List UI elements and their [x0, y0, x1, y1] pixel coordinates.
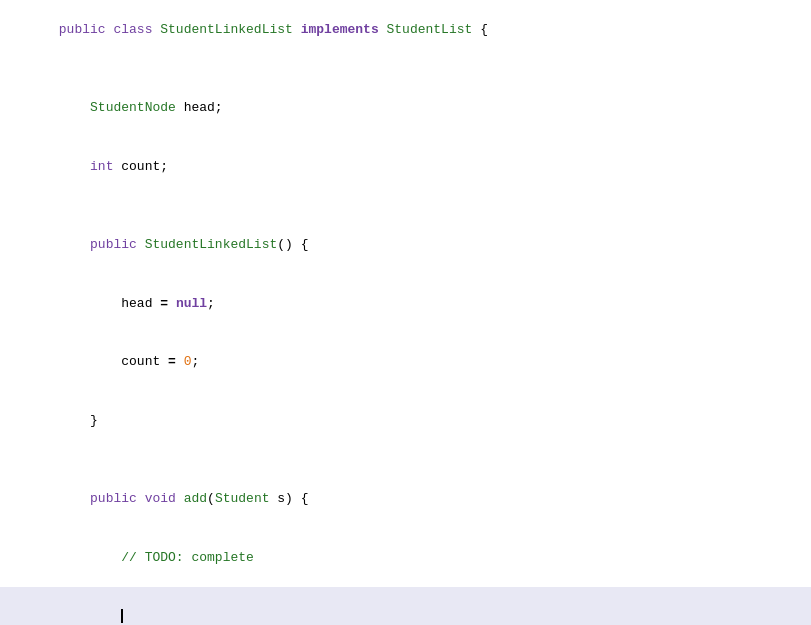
code-line-13[interactable] [0, 587, 811, 626]
code-content-3: StudentNode head; [8, 79, 811, 138]
code-content-9: } [8, 391, 811, 450]
indent [59, 100, 90, 115]
keyword-null: null [176, 296, 207, 311]
code-line-2 [0, 59, 811, 79]
code-content-5 [8, 196, 811, 216]
indent [59, 491, 90, 506]
type-student: Student [215, 491, 270, 506]
code-line-5 [0, 196, 811, 216]
code-content-4: int count; [8, 137, 811, 196]
code-line-9: } [0, 391, 811, 450]
code-content-6: public StudentLinkedList() { [8, 216, 811, 275]
var-head: head [121, 296, 160, 311]
text-cursor [121, 609, 123, 623]
plain-text: head; [176, 100, 223, 115]
code-line-1: public class StudentLinkedList implement… [0, 0, 811, 59]
close-brace: } [90, 413, 98, 428]
keyword-implements: implements [301, 22, 379, 37]
indent [59, 237, 90, 252]
plain-text: ; [207, 296, 215, 311]
code-content-11: public void add(Student s) { [8, 470, 811, 529]
code-line-3: StudentNode head; [0, 79, 811, 138]
code-content-8: count = 0; [8, 333, 811, 392]
code-content-7: head = null; [8, 274, 811, 333]
keyword-class: class [113, 22, 160, 37]
method-add: add [184, 491, 207, 506]
keyword-public: public [59, 22, 114, 37]
interface-name: StudentList [387, 22, 473, 37]
plain-text: count; [113, 159, 168, 174]
indent [59, 608, 121, 623]
indent [59, 550, 121, 565]
plain-text [379, 22, 387, 37]
plain-text: ; [191, 354, 199, 369]
plain-text [176, 354, 184, 369]
code-content-1[interactable]: public class StudentLinkedList implement… [8, 0, 811, 59]
code-line-7: head = null; [0, 274, 811, 333]
keyword-public: public [90, 491, 145, 506]
keyword-void: void [145, 491, 184, 506]
code-editor: public class StudentLinkedList implement… [0, 0, 811, 625]
operator: = [160, 296, 168, 311]
indent [59, 413, 90, 428]
class-name: StudentLinkedList [160, 22, 293, 37]
type-studentnode: StudentNode [90, 100, 176, 115]
plain-text: () { [277, 237, 308, 252]
operator: = [168, 354, 176, 369]
code-line-4: int count; [0, 137, 811, 196]
constructor-name: StudentLinkedList [145, 237, 278, 252]
indent [59, 159, 90, 174]
code-line-8: count = 0; [0, 333, 811, 392]
code-content-12: // TODO: complete [8, 528, 811, 587]
plain-text: { [472, 22, 488, 37]
code-line-6: public StudentLinkedList() { [0, 216, 811, 275]
code-content-13[interactable] [8, 587, 811, 626]
keyword-public: public [90, 237, 145, 252]
indent [59, 296, 121, 311]
var-count: count [121, 354, 168, 369]
plain-text [168, 296, 176, 311]
code-content-10 [8, 450, 811, 470]
comment-todo-add: // TODO: complete [121, 550, 254, 565]
indent [59, 354, 121, 369]
code-line-12: // TODO: complete [0, 528, 811, 587]
keyword-int: int [90, 159, 113, 174]
code-line-11: public void add(Student s) { [0, 470, 811, 529]
code-line-10 [0, 450, 811, 470]
plain-text [293, 22, 301, 37]
plain-text: ( [207, 491, 215, 506]
plain-text: s) { [269, 491, 308, 506]
code-content-2 [8, 59, 811, 79]
